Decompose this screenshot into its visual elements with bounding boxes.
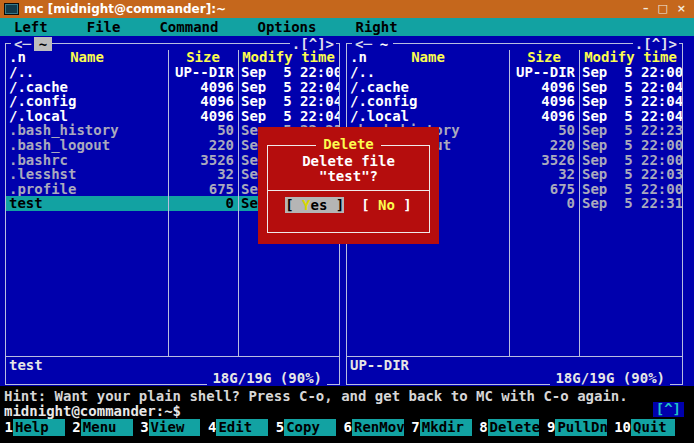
file-mtime: Sep 5 22:04 [238, 94, 339, 109]
file-row[interactable]: /.config 4096 Sep 5 22:04 [347, 94, 682, 109]
file-size: 50 [168, 123, 238, 138]
file-mtime: Sep 5 22:04 [579, 94, 682, 109]
file-size: 4096 [509, 80, 579, 95]
menu-item[interactable]: Left [14, 19, 48, 35]
fkey-slot[interactable]: 4 Edit [207, 419, 275, 436]
file-mtime: Sep 5 22:23 [579, 123, 682, 138]
fkey-number: 8 [479, 419, 488, 436]
file-name: /.local [347, 109, 509, 124]
file-mtime: Sep 5 22:04 [579, 80, 682, 95]
column-header-size[interactable]: Size [168, 50, 238, 65]
fkey-number: 10 [614, 419, 631, 436]
left-disk-usage: 18G/19G (90%) [207, 371, 327, 386]
file-size: UP--DIR [509, 65, 579, 80]
file-size: 220 [509, 138, 579, 153]
fkey-number: 7 [411, 419, 420, 436]
yes-button[interactable]: [ Yes ] [285, 197, 344, 213]
file-mtime: Sep 5 22:00 [579, 182, 682, 197]
file-size: 50 [509, 123, 579, 138]
left-panel-path[interactable]: ~ [34, 37, 52, 51]
bottom-area: Hint: Want your plain shell? Press C-o, … [0, 386, 694, 443]
fkey-label: RenMov [352, 419, 404, 436]
file-row[interactable]: /.. UP--DIR Sep 5 22:00 [6, 65, 339, 80]
file-row[interactable]: /.. UP--DIR Sep 5 22:00 [347, 65, 682, 80]
file-size: 0 [168, 196, 238, 211]
fkey-label: Copy [284, 419, 336, 436]
terminal-icon [4, 3, 19, 15]
file-row[interactable]: /.config 4096 Sep 5 22:04 [6, 94, 339, 109]
menu-item[interactable]: Options [257, 19, 316, 35]
fkey-number: 1 [4, 419, 13, 436]
file-mtime: Sep 5 22:00 [579, 65, 682, 80]
menu-item[interactable]: File [87, 19, 121, 35]
file-name: /.. [6, 65, 168, 80]
file-mtime: Sep 5 22:03 [579, 167, 682, 182]
fkey-slot[interactable]: 10 Quit [614, 419, 682, 436]
file-size: 4096 [509, 94, 579, 109]
file-name: .bash_history [6, 123, 168, 138]
file-name: /.cache [347, 80, 509, 95]
column-header-name[interactable]: Name [6, 50, 168, 65]
right-disk-usage: 18G/19G (90%) [550, 371, 670, 386]
file-name: /.local [6, 109, 168, 124]
hint-line: Hint: Want your plain shell? Press C-o, … [4, 388, 628, 404]
dialog-message-line1: Delete file [258, 154, 439, 169]
file-size: 220 [168, 138, 238, 153]
right-panel-header: .n Name Size Modify time [347, 50, 682, 65]
column-divider [238, 50, 239, 357]
function-key-bar: 1 Help 2 Menu 3 View 4 Edit [0, 419, 694, 436]
fkey-number: 2 [72, 419, 81, 436]
menu-item[interactable]: Right [355, 19, 397, 35]
dialog-message-line2: "test"? [258, 169, 439, 184]
file-name: .bash_logout [6, 138, 168, 153]
file-mtime: Sep 5 22:00 [579, 153, 682, 168]
fkey-slot[interactable]: 8 Delete [479, 419, 547, 436]
file-name: .bashrc [6, 153, 168, 168]
file-size: 675 [168, 182, 238, 197]
fkey-number: 6 [343, 419, 352, 436]
right-panel-path[interactable]: ~ [375, 37, 393, 51]
fkey-slot[interactable]: 3 View [140, 419, 208, 436]
file-name: .lesshst [6, 167, 168, 182]
file-mtime: Sep 5 22:31 [579, 196, 682, 211]
file-size: 32 [509, 167, 579, 182]
file-row[interactable]: /.cache 4096 Sep 5 22:04 [6, 80, 339, 95]
file-name: /.. [347, 65, 509, 80]
file-mtime: Sep 5 22:04 [238, 80, 339, 95]
column-header-mtime[interactable]: Modify time [238, 50, 339, 65]
no-button[interactable]: [ No ] [361, 197, 412, 213]
menu-item[interactable]: Command [159, 19, 218, 35]
mini-status-divider [6, 356, 339, 357]
file-size: 0 [509, 196, 579, 211]
file-row[interactable]: /.local 4096 Sep 5 22:04 [6, 109, 339, 124]
fkey-slot[interactable]: 6 RenMov [343, 419, 411, 436]
mc-terminal-window: mc [midnight@commander]:~ – □ × LeftFile… [0, 0, 694, 443]
column-header-name[interactable]: Name [347, 50, 509, 65]
minimize-icon[interactable]: – [643, 0, 649, 18]
file-name: /.config [6, 94, 168, 109]
fkey-slot[interactable]: 2 Menu [72, 419, 140, 436]
file-size: 4096 [168, 109, 238, 124]
file-mtime: Sep 5 22:04 [579, 109, 682, 124]
fkey-label: Delete [488, 419, 540, 436]
history-indicator[interactable]: [^] [653, 402, 684, 417]
fkey-slot[interactable]: 1 Help [4, 419, 72, 436]
fkey-slot[interactable]: 5 Copy [275, 419, 343, 436]
window-titlebar: mc [midnight@commander]:~ – □ × [0, 0, 694, 18]
column-header-size[interactable]: Size [509, 50, 579, 65]
fkey-slot[interactable]: 7 Mkdir [411, 419, 479, 436]
fkey-slot[interactable]: 9 PullDn [546, 419, 614, 436]
close-icon[interactable]: × [677, 0, 686, 18]
file-row[interactable]: /.cache 4096 Sep 5 22:04 [347, 80, 682, 95]
file-mtime: Sep 5 22:04 [238, 109, 339, 124]
column-header-mtime[interactable]: Modify time [579, 50, 682, 65]
fkey-label: Quit [631, 419, 675, 436]
file-size: 675 [509, 182, 579, 197]
dialog-title: Delete [316, 136, 381, 152]
maximize-icon[interactable]: □ [657, 0, 667, 18]
right-mini-status: UP--DIR [350, 358, 409, 373]
left-panel-header: .n Name Size Modify time [6, 50, 339, 65]
file-row[interactable]: /.local 4096 Sep 5 22:04 [347, 109, 682, 124]
fkey-number: 3 [140, 419, 149, 436]
shell-prompt[interactable]: midnight@commander:~$ [4, 403, 181, 419]
